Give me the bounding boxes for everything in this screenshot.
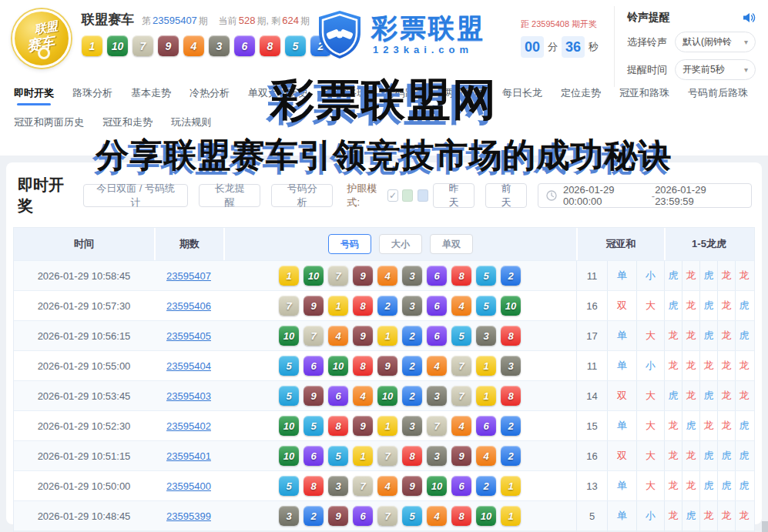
ball-6: 6 (234, 35, 255, 56)
nav-tab-玩法规则[interactable]: 玩法规则 (171, 115, 211, 135)
remind-time-dropdown[interactable]: 开奖前5秒 ▾ (675, 59, 756, 80)
panel-toolbar: 即时开奖 今日双面 / 号码统计 长龙提醒 号码分析 护眼模式: ✓ 昨天 前天… (13, 172, 755, 227)
cell-sum: 16 (576, 291, 607, 320)
issue-link[interactable]: 23595399 (166, 510, 211, 522)
ring-select-dropdown[interactable]: 默认(闹钟铃 ▾ (675, 32, 756, 52)
results-table-header: 时间 期数 号码大小单双 冠亚和 1-5龙虎 (14, 228, 754, 260)
issue-link[interactable]: 23595403 (166, 390, 211, 402)
toggle-大小[interactable]: 大小 (379, 234, 422, 254)
yesterday-button[interactable]: 昨天 (433, 183, 475, 208)
ball-2: 2 (501, 266, 521, 286)
ball-5: 5 (451, 326, 471, 346)
ball-8: 8 (328, 416, 348, 436)
table-row: 2026-01-29 10:56:15 23595405 10749126538… (14, 320, 754, 350)
issue-link[interactable]: 23595401 (166, 450, 211, 462)
issue-link[interactable]: 23595400 (166, 480, 211, 492)
ball-4: 4 (451, 416, 471, 436)
scrollbar[interactable] (762, 521, 768, 532)
nav-tab-冷热分析[interactable]: 冷热分析 (189, 86, 230, 105)
ball-3: 3 (402, 416, 422, 436)
nav-tab-龙虎路珠[interactable]: 龙虎路珠 (327, 86, 367, 105)
cell-dragon-tiger: 龙 (682, 321, 699, 350)
day-before-button[interactable]: 前天 (485, 183, 527, 208)
long-dragon-alert-button[interactable]: 长龙提醒 (199, 184, 260, 207)
ball-5: 5 (402, 506, 422, 526)
cell-balls: 11079436852 (223, 261, 576, 290)
cell-balls: 10589137462 (223, 411, 576, 440)
current-unit: 期, (257, 15, 269, 26)
ball-10: 10 (279, 416, 299, 436)
cell-dragon-tiger: 虎 (682, 501, 699, 530)
number-analysis-button[interactable]: 号码分析 (271, 184, 333, 207)
nav-tab-单双大小历史[interactable]: 单双大小历史 (248, 86, 308, 105)
cell-dragon-tiger: 虎 (735, 411, 753, 440)
ball-9: 9 (328, 506, 348, 526)
table-row: 2026-01-29 10:57:30 23595406 79182364510… (14, 290, 754, 320)
clock-icon (546, 190, 557, 201)
cell-parity: 单 (607, 471, 636, 500)
table-row: 2026-01-29 10:48:45 23595399 32967548101… (14, 500, 754, 530)
ball-7: 7 (353, 476, 373, 496)
issue-link[interactable]: 23595402 (166, 420, 211, 432)
cell-balls: 59641023718 (223, 381, 576, 410)
issue-link[interactable]: 23595404 (166, 360, 211, 372)
eye-care-checkbox[interactable]: ✓ (387, 189, 398, 202)
ball-1: 1 (279, 266, 299, 286)
ball-9: 9 (304, 296, 324, 316)
countdown-label: 距 23595408 期开奖 (521, 18, 613, 30)
eye-care-blue-swatch[interactable] (418, 189, 428, 202)
col-header-time: 时间 (14, 228, 154, 260)
eye-care-green-swatch[interactable] (402, 189, 413, 202)
results-table: 时间 期数 号码大小单双 冠亚和 1-5龙虎 2026-01-29 10:58:… (13, 227, 755, 532)
cell-issue: 23595401 (154, 441, 223, 470)
nav-tab-路珠分析[interactable]: 路珠分析 (72, 86, 112, 105)
cell-dragon-tiger: 龙 (717, 501, 735, 530)
cell-dragon-tiger: 龙 (664, 441, 682, 470)
cell-parity: 单 (607, 351, 636, 380)
nav-tab-冠亚和走势[interactable]: 冠亚和走势 (102, 115, 153, 135)
cell-dragon-tiger: 龙 (682, 261, 699, 290)
cell-size: 大 (636, 441, 664, 470)
ball-6: 6 (427, 296, 447, 316)
today-stats-button[interactable]: 今日双面 / 号码统计 (83, 184, 188, 207)
cell-dragon-tiger: 虎 (735, 471, 753, 500)
table-row: 2026-01-29 10:58:45 23595407 11079436852… (14, 260, 754, 290)
ball-9: 9 (353, 326, 373, 346)
cell-dragon-tiger: 龙 (735, 261, 753, 290)
nav-tab-定位走势[interactable]: 定位走势 (561, 86, 601, 105)
cell-size: 小 (636, 261, 664, 290)
ball-1: 1 (476, 386, 496, 406)
nav-tab-即时开奖[interactable]: 即时开奖 (14, 86, 54, 105)
cell-dragon-tiger: 龙 (735, 501, 753, 530)
ring-settings-title: 铃声提醒 (627, 11, 743, 25)
cell-dragon-tiger: 虎 (664, 291, 682, 320)
issue-link[interactable]: 23595407 (166, 270, 211, 282)
nav-tab-冠亚和两面历史[interactable]: 冠亚和两面历史 (14, 115, 84, 135)
ball-9: 9 (304, 386, 324, 406)
issue-link[interactable]: 23595405 (166, 330, 211, 342)
nav-tab-冠亚和路珠[interactable]: 冠亚和路珠 (619, 86, 669, 105)
date-range-picker[interactable]: 2026-01-29 00:00:00 - 2026-01-29 23:59:5… (538, 183, 752, 208)
results-table-body: 2026-01-29 10:58:45 23595407 11079436852… (14, 260, 754, 532)
cell-sum: 11 (576, 261, 607, 290)
nav-tab-两面路珠[interactable]: 两面路珠 (444, 86, 484, 105)
col-header-issue: 期数 (154, 228, 223, 260)
nav-tab-基本走势[interactable]: 基本走势 (131, 86, 171, 105)
ball-7: 7 (304, 326, 324, 346)
remind-time-value: 开奖前5秒 (682, 63, 725, 76)
nav-tab-号码路珠[interactable]: 号码路珠 (385, 86, 425, 105)
cell-issue: 23595406 (154, 291, 223, 320)
nav-tab-每日长龙[interactable]: 每日长龙 (502, 86, 542, 105)
ball-10: 10 (279, 446, 299, 466)
issue-link[interactable]: 23595406 (166, 300, 211, 312)
ball-7: 7 (279, 296, 299, 316)
ball-8: 8 (451, 506, 471, 526)
cell-dragon-tiger: 龙 (717, 321, 735, 350)
toggle-单双[interactable]: 单双 (430, 234, 473, 254)
cell-dragon-tiger: 龙 (699, 351, 717, 380)
speaker-icon[interactable] (743, 12, 756, 24)
cell-dragon-tiger: 龙 (682, 291, 699, 320)
toggle-号码[interactable]: 号码 (328, 234, 371, 254)
cell-issue: 23595404 (154, 351, 223, 380)
nav-tab-号码前后路珠[interactable]: 号码前后路珠 (688, 86, 748, 105)
